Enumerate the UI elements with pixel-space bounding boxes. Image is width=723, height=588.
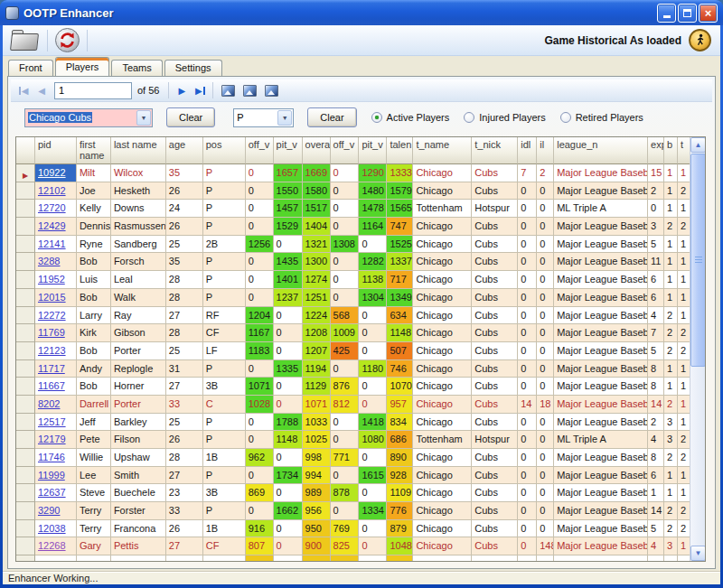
grid-cell[interactable]: 33 <box>166 396 203 414</box>
image-button-3[interactable] <box>261 81 281 99</box>
grid-cell[interactable]: Cubs <box>472 449 518 467</box>
grid-cell[interactable]: Cubs <box>472 396 518 414</box>
player-id-link[interactable]: 12720 <box>38 202 66 213</box>
grid-cell-rating[interactable]: 0 <box>331 502 360 520</box>
grid-cell[interactable]: 0 <box>518 537 537 555</box>
grid-cell[interactable]: 0 <box>518 200 537 218</box>
grid-cell[interactable]: Ray <box>111 307 166 325</box>
grid-cell-rating[interactable]: 1525 <box>387 236 413 254</box>
grid-cell[interactable]: Chicago <box>413 253 472 271</box>
grid-cell[interactable]: 1 <box>664 164 678 182</box>
row-header-cell[interactable]: ▶ <box>16 164 35 182</box>
grid-cell[interactable]: Horner <box>111 378 166 396</box>
grid-cell[interactable]: Major League Baseball <box>554 271 648 289</box>
grid-cell[interactable]: 8 <box>648 449 664 467</box>
grid-cell[interactable]: 4 <box>648 537 664 555</box>
grid-cell-rating[interactable]: 1129 <box>303 378 331 396</box>
grid-cell[interactable]: Chicago <box>413 236 472 254</box>
grid-cell[interactable]: 0 <box>537 414 554 432</box>
grid-cell[interactable]: 18 <box>537 396 554 414</box>
grid-cell[interactable]: 0 <box>537 236 554 254</box>
grid-cell-rating[interactable]: 1224 <box>303 307 331 325</box>
grid-cell[interactable]: Pete <box>77 431 111 449</box>
row-header-cell[interactable] <box>16 289 35 307</box>
grid-cell[interactable]: 0 <box>537 502 554 520</box>
grid-cell[interactable]: 2 <box>664 520 678 538</box>
grid-cell-rating[interactable]: 425 <box>331 342 360 360</box>
grid-cell[interactable] <box>537 555 554 562</box>
grid-cell[interactable]: 25 <box>166 342 203 360</box>
grid-cell[interactable]: 0 <box>537 449 554 467</box>
grid-cell-rating[interactable] <box>274 555 303 562</box>
grid-cell-rating[interactable]: 1009 <box>331 324 360 342</box>
grid-cell-rating[interactable]: 1788 <box>274 414 303 432</box>
grid-cell-rating[interactable]: 0 <box>359 236 387 254</box>
grid-cell[interactable]: 5 <box>648 520 664 538</box>
team-clear-button[interactable]: Clear <box>166 107 215 127</box>
grid-cell-rating[interactable]: 1457 <box>274 200 303 218</box>
column-header[interactable]: first name <box>77 137 111 164</box>
column-header[interactable]: idl <box>518 137 537 164</box>
grid-cell[interactable]: 0 <box>518 271 537 289</box>
grid-cell[interactable]: Chicago <box>413 271 472 289</box>
grid-cell[interactable]: 14 <box>518 396 537 414</box>
grid-cell-rating[interactable]: 0 <box>331 218 360 236</box>
player-id-link[interactable]: 11999 <box>38 470 65 481</box>
grid-cell[interactable]: 0 <box>518 360 537 378</box>
grid-cell-rating[interactable]: 1237 <box>274 289 303 307</box>
grid-cell[interactable]: 0 <box>518 520 537 538</box>
grid-cell-rating[interactable]: 1334 <box>359 502 387 520</box>
grid-cell[interactable]: 0 <box>518 502 537 520</box>
grid-cell[interactable]: Kirk <box>77 324 111 342</box>
image-button-2[interactable] <box>239 81 259 99</box>
grid-cell-rating[interactable]: 1580 <box>303 182 331 201</box>
grid-cell[interactable]: 0 <box>537 200 554 218</box>
player-id-link[interactable]: 11667 <box>38 380 65 391</box>
grid-cell-rating[interactable]: 0 <box>331 271 360 289</box>
row-header-cell[interactable] <box>16 200 35 218</box>
grid-cell-rating[interactable]: 634 <box>387 307 413 325</box>
grid-cell-rating[interactable]: 0 <box>331 467 360 485</box>
player-id-link[interactable]: 11952 <box>38 274 65 285</box>
grid-cell[interactable]: Cubs <box>472 520 518 538</box>
grid-cell[interactable]: Cubs <box>472 289 518 307</box>
grid-cell[interactable]: 26 <box>166 520 203 538</box>
grid-cell[interactable]: 0 <box>518 253 537 271</box>
grid-cell-rating[interactable]: 1148 <box>387 324 413 342</box>
grid-cell[interactable]: Porter <box>111 396 166 414</box>
grid-cell[interactable]: 0 <box>518 378 537 396</box>
grid-cell[interactable]: Major League Baseball <box>554 520 648 538</box>
grid-cell-rating[interactable]: 1033 <box>303 414 331 432</box>
tab-players[interactable]: Players <box>55 57 110 76</box>
grid-cell[interactable]: 2 <box>664 502 678 520</box>
grid-cell[interactable]: Major League Baseball <box>554 414 648 432</box>
player-id-link[interactable]: 12141 <box>38 238 66 249</box>
grid-cell[interactable]: Forsch <box>111 253 166 271</box>
grid-cell-rating[interactable]: 0 <box>331 200 360 218</box>
grid-cell[interactable]: 0 <box>518 467 537 485</box>
grid-cell[interactable]: 0 <box>537 271 554 289</box>
column-header[interactable]: pos <box>203 137 246 164</box>
column-header[interactable]: pid <box>35 137 77 164</box>
position-filter-combo[interactable]: P ▼ <box>233 108 294 127</box>
grid-cell-rating[interactable]: 1480 <box>359 182 387 201</box>
grid-cell-rating[interactable]: 0 <box>246 414 274 432</box>
grid-cell-rating[interactable]: 686 <box>387 431 413 449</box>
row-header-cell[interactable] <box>16 324 35 342</box>
grid-cell[interactable]: 28 <box>166 449 203 467</box>
grid-cell-rating[interactable]: 1321 <box>303 236 331 254</box>
grid-cell[interactable]: 23 <box>166 484 203 502</box>
grid-cell[interactable]: 26 <box>166 182 203 201</box>
grid-cell[interactable]: 3B <box>203 484 246 502</box>
grid-cell-rating[interactable]: 1071 <box>303 396 331 414</box>
grid-cell-rating[interactable]: 1109 <box>387 484 413 502</box>
grid-cell[interactable]: 11 <box>648 253 664 271</box>
grid-cell[interactable]: Forster <box>111 502 166 520</box>
grid-cell-rating[interactable]: 0 <box>246 200 274 218</box>
column-header[interactable]: exp <box>648 137 664 164</box>
grid-cell-rating[interactable]: 0 <box>274 396 303 414</box>
grid-cell[interactable] <box>166 555 203 562</box>
grid-cell-rating[interactable]: 1207 <box>303 342 331 360</box>
grid-cell[interactable]: Chicago <box>413 502 472 520</box>
column-header[interactable]: age <box>166 137 203 164</box>
